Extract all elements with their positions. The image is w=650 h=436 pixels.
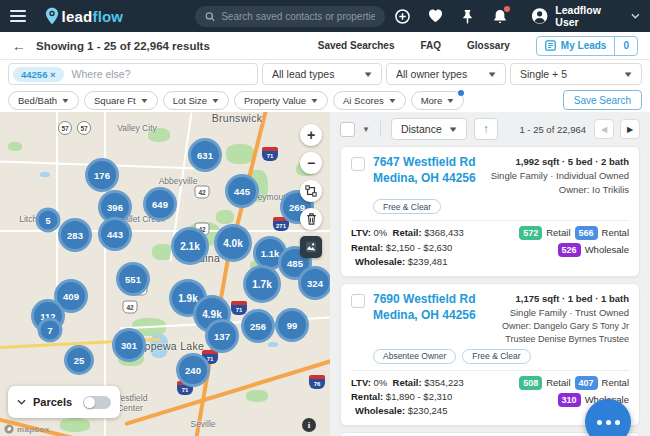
parcels-panel: Parcels xyxy=(8,386,120,418)
map-cluster[interactable]: 2.1k xyxy=(171,227,209,265)
property-checkbox[interactable] xyxy=(351,294,365,308)
lead-tag: Free & Clear xyxy=(373,199,441,214)
more-filters[interactable]: More▼ xyxy=(411,91,465,110)
divider xyxy=(380,121,381,137)
search-icon xyxy=(205,11,215,22)
map-place-label: Brunswick xyxy=(212,112,263,124)
owner-types-dropdown[interactable]: All owner types▼ xyxy=(386,63,506,85)
dots-icon xyxy=(597,420,602,425)
sort-direction-button[interactable]: ↑ xyxy=(474,118,498,140)
save-search-button[interactable]: Save Search xyxy=(563,90,642,110)
map-cluster[interactable]: 99 xyxy=(275,308,309,342)
satellite-view-button[interactable] xyxy=(300,236,322,258)
user-menu[interactable]: Leadflow User xyxy=(531,4,640,28)
prev-page-button[interactable]: ◀ xyxy=(594,119,614,139)
select-all-checkbox[interactable] xyxy=(340,122,355,137)
leads-list-icon xyxy=(545,40,556,51)
property-specs: 1,992 sqft · 5 bed · 2 bath xyxy=(489,155,629,169)
map-cluster[interactable]: 25 xyxy=(64,345,94,375)
lead-tag: Free & Clear xyxy=(462,349,530,364)
map-cluster[interactable]: 649 xyxy=(143,187,177,221)
lead-types-dropdown[interactable]: All lead types▼ xyxy=(262,63,382,85)
brand-flow: flow xyxy=(92,8,123,25)
property-address-line1[interactable]: 7690 Westfield Rd xyxy=(373,292,481,308)
map-info-button[interactable]: i xyxy=(302,418,316,432)
property-address-line2[interactable]: Medina, OH 44256 xyxy=(373,171,481,187)
map-pin-logo-icon xyxy=(44,7,60,25)
map-cluster[interactable]: 301 xyxy=(112,328,146,362)
map-cluster[interactable]: 4.0k xyxy=(214,224,252,262)
listings-panel: ▼ Distance ▼ ↑ 1 - 25 of 22,964 ◀ ▶ xyxy=(330,112,650,436)
road-shield-71: 71 xyxy=(231,301,247,315)
pin-icon[interactable] xyxy=(460,8,475,24)
map-cluster[interactable]: 445 xyxy=(225,174,259,208)
property-cards: 7647 Westfield Rd Medina, OH 44256 1,992… xyxy=(330,146,650,436)
notifications-bell-icon[interactable] xyxy=(493,8,508,24)
glossary-link[interactable]: Glossary xyxy=(467,40,510,51)
lead-tag: Absentee Owner xyxy=(373,349,456,364)
rental-score-badge: 407 xyxy=(575,376,598,390)
ai-scores-filter[interactable]: Ai Scores▼ xyxy=(333,91,406,110)
my-leads-button[interactable]: My Leads 0 xyxy=(536,36,638,56)
map-cluster[interactable]: 7 xyxy=(38,318,63,343)
faq-link[interactable]: FAQ xyxy=(420,40,441,51)
property-value-filter[interactable]: Property Value▼ xyxy=(234,91,328,110)
property-card: 7647 Westfield Rd Medina, OH 44256 1,992… xyxy=(340,146,640,277)
property-type: Single Family · Trust Owned xyxy=(489,306,629,320)
search-input[interactable] xyxy=(221,11,375,22)
lot-size-filter[interactable]: Lot Size▼ xyxy=(163,91,229,110)
menu-icon[interactable] xyxy=(10,10,26,22)
map-cluster[interactable]: 176 xyxy=(85,158,119,192)
location-chip-44256[interactable]: 44256 × xyxy=(13,67,64,82)
chevron-down-icon: ▼ xyxy=(447,125,458,134)
mapbox-attribution: mapbox xyxy=(4,424,49,434)
back-arrow-icon[interactable]: ← xyxy=(12,39,26,53)
property-address-line1[interactable]: 7647 Westfield Rd xyxy=(373,155,481,171)
property-address-line2[interactable]: Medina, OH 44256 xyxy=(373,308,481,324)
map-cluster[interactable]: 1.7k xyxy=(243,265,281,303)
retail-score-badge: 572 xyxy=(519,226,542,240)
chevron-down-icon xyxy=(631,13,640,19)
map-cluster[interactable]: 240 xyxy=(176,353,210,387)
map-place-label: Abbeyville xyxy=(159,176,198,186)
map-cluster[interactable]: 324 xyxy=(298,266,330,300)
add-icon[interactable] xyxy=(395,8,410,24)
global-search[interactable] xyxy=(195,6,385,27)
clear-drawing-button[interactable] xyxy=(300,208,322,230)
saved-searches-link[interactable]: Saved Searches xyxy=(318,40,395,51)
map-cluster[interactable]: 443 xyxy=(98,217,132,251)
bed-bath-filter[interactable]: Bed/Bath▼ xyxy=(8,91,79,110)
active-filter-dot xyxy=(458,90,464,96)
chevron-down-icon: ▼ xyxy=(622,70,633,79)
top-navbar: leadflow Leadflow User xyxy=(0,0,650,32)
select-menu-chevron-icon[interactable]: ▼ xyxy=(362,125,370,134)
chevron-down-icon: ▼ xyxy=(446,97,456,104)
parcels-toggle[interactable] xyxy=(83,396,111,409)
my-leads-label: My Leads xyxy=(561,40,607,51)
draw-polygon-button[interactable] xyxy=(300,180,322,202)
map-cluster[interactable]: 5 xyxy=(36,208,61,233)
map-cluster[interactable]: 631 xyxy=(188,138,222,172)
map-cluster[interactable]: 137 xyxy=(205,319,239,353)
map-cluster[interactable]: 256 xyxy=(241,309,275,343)
wholesale-score-badge: 310 xyxy=(558,393,581,407)
square-ft-filter[interactable]: Square Ft▼ xyxy=(84,91,158,110)
leadflow-logo[interactable]: leadflow xyxy=(44,7,124,25)
map-cluster[interactable]: 551 xyxy=(116,262,150,296)
location-search-field[interactable]: 44256 × Where else? xyxy=(8,63,258,85)
my-leads-count: 0 xyxy=(614,37,637,55)
road-shield-42: 42 xyxy=(123,301,138,314)
road-shield-71: 71 xyxy=(262,147,278,161)
next-page-button[interactable]: ▶ xyxy=(620,119,640,139)
map-cluster[interactable]: 283 xyxy=(58,218,92,252)
map-controls: + − xyxy=(300,124,322,258)
zoom-in-button[interactable]: + xyxy=(300,124,322,146)
map[interactable]: BrunswickValley CityAbbeyvilleWeymouthMa… xyxy=(0,112,330,436)
favorites-heart-icon[interactable] xyxy=(428,8,443,24)
sort-field-dropdown[interactable]: Distance ▼ xyxy=(391,118,467,140)
property-checkbox[interactable] xyxy=(351,157,365,171)
chevron-down-icon: ▼ xyxy=(61,97,71,104)
property-types-dropdown[interactable]: Single + 5▼ xyxy=(510,63,642,85)
zoom-out-button[interactable]: − xyxy=(300,152,322,174)
chevron-down-icon[interactable] xyxy=(17,399,26,405)
